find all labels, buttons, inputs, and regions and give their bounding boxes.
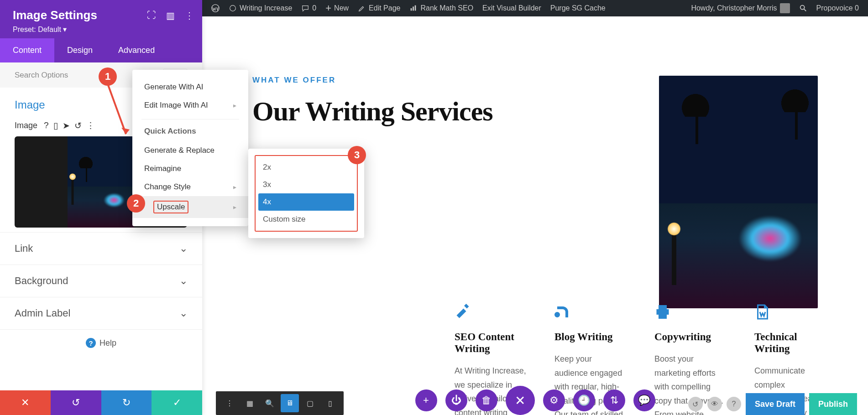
desktop-icon[interactable]: 🖥 (281, 394, 299, 412)
adminbar-edit-page[interactable]: Edit Page (353, 0, 405, 16)
svg-point-5 (800, 5, 804, 10)
callout-badge-1: 1 (99, 67, 117, 86)
adminbar-purge[interactable]: Purge SG Cache (546, 0, 610, 16)
chevron-down-icon: ▾ (63, 25, 67, 34)
chevron-right-icon: ▸ (233, 102, 236, 109)
undo-button[interactable]: ↺ (51, 390, 101, 415)
close-builder-button[interactable]: ✕ (506, 386, 535, 415)
callout-badge-3: 3 (348, 146, 366, 164)
tablet-icon[interactable]: ▢ (301, 394, 319, 412)
upscale-custom[interactable]: Custom size (258, 211, 354, 228)
separator (141, 119, 239, 119)
ctx-generate-replace[interactable]: Generate & Replace (132, 141, 248, 160)
device-icon[interactable]: ▯ (53, 120, 58, 131)
expand-icon[interactable]: ⛶ (147, 10, 156, 21)
chevron-right-icon: ▸ (233, 203, 236, 211)
tab-content[interactable]: Content (0, 38, 54, 62)
save-button[interactable]: ✓ (152, 390, 202, 415)
responsive-toolbar: ⋮ ▦ 🔍 🖥 ▢ ▯ (216, 391, 344, 415)
power-button[interactable]: ⏻ (445, 389, 467, 411)
adminbar-wp-logo[interactable] (207, 0, 224, 16)
wireframe-icon[interactable]: ▦ (241, 394, 259, 412)
cursor-icon[interactable]: ➤ (63, 120, 70, 131)
help-icon[interactable]: ? (727, 397, 741, 411)
panel-header: Image Settings Preset: Default▾ ⛶ ▥ ⋮ (0, 0, 202, 38)
page-hero-image[interactable] (659, 76, 818, 308)
accordion-admin-label[interactable]: Admin Label⌄ (0, 297, 202, 330)
chevron-right-icon: ▸ (233, 183, 236, 191)
upscale-4x[interactable]: 4x (258, 193, 354, 211)
print-icon (654, 304, 671, 320)
history-button[interactable]: 🕘 (573, 389, 595, 411)
ctx-edit-ai[interactable]: Edit Image With AI▸ (132, 96, 248, 114)
add-button[interactable]: + (415, 389, 437, 411)
preset-dropdown[interactable]: Preset: Default▾ (13, 25, 67, 34)
upscale-submenu: 2x 3x 4x Custom size (248, 149, 364, 238)
upscale-2x[interactable]: 2x (258, 159, 354, 176)
undo-icon[interactable]: ↺ (74, 120, 82, 131)
columns-icon[interactable]: ▥ (166, 10, 175, 21)
cancel-button[interactable]: ✕ (0, 390, 51, 415)
redo-button[interactable]: ↻ (101, 390, 152, 415)
settings-button[interactable]: ⚙ (543, 389, 565, 411)
panel-tabs: Content Design Advanced (0, 38, 202, 62)
history-small-icon[interactable]: ↺ (688, 397, 703, 411)
svg-point-1 (230, 5, 236, 11)
ctx-generate-ai[interactable]: Generate With AI (132, 78, 248, 96)
more-icon[interactable]: ⋮ (185, 10, 194, 21)
adminbar-exit-builder[interactable]: Exit Visual Builder (478, 0, 546, 16)
accordion-background[interactable]: Background⌄ (0, 265, 202, 297)
ctx-reimagine[interactable]: Reimagine (132, 160, 248, 178)
tab-design[interactable]: Design (54, 38, 105, 62)
more-icon[interactable]: ⋮ (86, 120, 95, 131)
sort-button[interactable]: ⇅ (603, 389, 625, 411)
more-icon[interactable]: ⋮ (220, 394, 239, 412)
publish-button[interactable]: Publish (809, 393, 857, 415)
svg-rect-4 (415, 5, 416, 11)
service-title: Blog Writing (554, 331, 627, 343)
panel-footer: ✕ ↺ ↻ ✓ (0, 390, 202, 415)
adminbar-propovoice[interactable]: Propovoice 0 (812, 0, 863, 16)
wp-admin-bar: Writing Increase 0 +New Edit Page Rank M… (202, 0, 868, 16)
image-field-label: Image (15, 121, 37, 130)
page-eyebrow: WHAT WE OFFER (252, 76, 636, 85)
callout-arrow (106, 82, 133, 141)
adminbar-site[interactable]: Writing Increase (224, 0, 297, 16)
svg-rect-3 (413, 6, 414, 10)
help-icon[interactable]: ? (44, 120, 49, 131)
delete-button[interactable]: 🗑 (476, 389, 497, 411)
doc-w-icon (754, 304, 771, 320)
search-options[interactable]: Search Options (15, 71, 68, 80)
svg-marker-8 (121, 128, 130, 134)
svg-rect-2 (411, 8, 412, 10)
adminbar-howdy[interactable]: Howdy, Christopher Morris (686, 0, 794, 16)
save-publish-group: ↺ 👁 ? Save Draft Publish (688, 393, 857, 415)
save-draft-button[interactable]: Save Draft (746, 393, 805, 415)
blog-icon (554, 304, 571, 320)
upscale-3x[interactable]: 3x (258, 176, 354, 193)
adminbar-rankmath[interactable]: Rank Math SEO (405, 0, 478, 16)
accordion-link[interactable]: Link⌄ (0, 233, 202, 265)
service-title: Copywriting (654, 331, 727, 343)
chat-button[interactable]: 💬 (633, 389, 655, 411)
ctx-quick-actions-header: Quick Actions (132, 124, 248, 141)
adminbar-search-icon[interactable] (795, 0, 812, 16)
phone-icon[interactable]: ▯ (321, 394, 339, 412)
svg-line-7 (108, 84, 126, 134)
service-title: Technical Writing (754, 331, 827, 355)
eye-icon[interactable]: 👁 (707, 397, 722, 411)
ctx-change-style[interactable]: Change Style▸ (132, 178, 248, 196)
tab-advanced[interactable]: Advanced (105, 38, 167, 62)
adminbar-new[interactable]: +New (321, 0, 353, 16)
ctx-upscale[interactable]: Upscale▸ (132, 196, 248, 218)
callout-badge-2: 2 (127, 194, 145, 213)
help-icon: ? (86, 338, 96, 348)
chevron-down-icon: ⌄ (179, 243, 188, 254)
chevron-down-icon: ⌄ (179, 307, 188, 319)
page-title: Our Writing Services (252, 96, 636, 127)
help-link[interactable]: ?Help (0, 330, 202, 356)
adminbar-comments[interactable]: 0 (297, 0, 321, 16)
builder-actions: + ⏻ 🗑 ✕ ⚙ 🕘 ⇅ 💬 (415, 386, 655, 415)
zoom-icon[interactable]: 🔍 (261, 394, 279, 412)
avatar (780, 3, 790, 13)
